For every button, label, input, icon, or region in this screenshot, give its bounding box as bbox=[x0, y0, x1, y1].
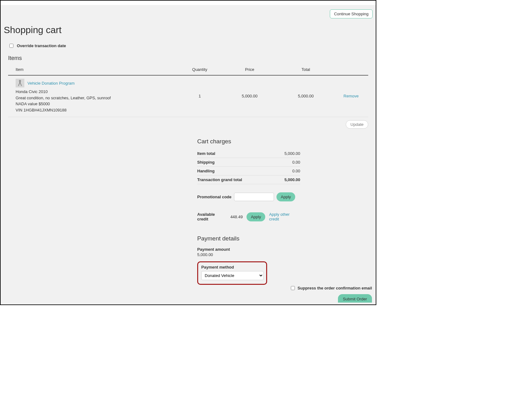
handling-label: Handling bbox=[197, 169, 215, 173]
item-total-label: Item total bbox=[197, 151, 215, 156]
grand-total-label: Transaction grand total bbox=[197, 177, 242, 182]
available-credit-label: Available credit bbox=[197, 212, 227, 221]
remove-link[interactable]: Remove bbox=[334, 94, 368, 98]
col-price: Price bbox=[222, 67, 278, 72]
shipping-label: Shipping bbox=[197, 160, 215, 165]
continue-shopping-button[interactable]: Continue Shopping bbox=[330, 9, 373, 18]
handling-value: 0.00 bbox=[292, 169, 300, 173]
item-desc-line: Honda Civic 2010 bbox=[16, 89, 178, 95]
item-name-link[interactable]: Vehicle Donation Program bbox=[27, 81, 75, 86]
override-date-checkbox[interactable] bbox=[9, 44, 13, 48]
promo-code-input[interactable] bbox=[234, 193, 274, 201]
suppress-email-label: Suppress the order confirmation email bbox=[298, 286, 372, 290]
available-credit-value: 448.49 bbox=[230, 215, 243, 219]
page-title: Shopping cart bbox=[4, 25, 373, 35]
table-row: Vehicle Donation Program Honda Civic 201… bbox=[8, 76, 368, 117]
item-desc-line: NADA value $5000 bbox=[16, 101, 178, 107]
item-total: 5,000.00 bbox=[278, 94, 334, 98]
cart-charges-heading: Cart charges bbox=[197, 138, 300, 145]
item-desc-line: Great condition, no scratches, Leather, … bbox=[16, 95, 178, 101]
item-price: 5,000.00 bbox=[222, 94, 278, 98]
payment-amount-label: Payment amount bbox=[197, 247, 300, 252]
items-header: Item Quantity Price Total bbox=[8, 65, 368, 76]
col-total: Total bbox=[278, 67, 334, 72]
grand-total-value: 5,000.00 bbox=[284, 177, 300, 182]
item-desc-line: VIN 1HGBH41JXMN109188 bbox=[16, 107, 178, 113]
items-heading: Items bbox=[8, 55, 373, 62]
submit-order-button[interactable]: Submit Order bbox=[338, 294, 372, 303]
item-total-value: 5,000.00 bbox=[284, 151, 300, 156]
override-date-label: Override transaction date bbox=[17, 43, 66, 48]
payment-method-select[interactable]: Donated Vehicle bbox=[201, 271, 264, 280]
suppress-email-checkbox[interactable] bbox=[291, 286, 295, 290]
update-button[interactable]: Update bbox=[346, 120, 368, 129]
payment-amount-value: 5,000.00 bbox=[197, 252, 300, 257]
ribbon-icon bbox=[16, 79, 24, 87]
items-table: Item Quantity Price Total Vehicle Donati… bbox=[8, 65, 368, 117]
col-quantity: Quantity bbox=[178, 67, 222, 72]
col-item: Item bbox=[16, 67, 178, 72]
apply-other-credit-link[interactable]: Apply other credit bbox=[269, 212, 300, 221]
promo-code-label: Promotional code bbox=[197, 195, 232, 199]
promo-apply-button[interactable]: Apply bbox=[276, 192, 296, 201]
item-quantity: 1 bbox=[178, 94, 222, 98]
payment-details-heading: Payment details bbox=[197, 235, 300, 242]
payment-method-label: Payment method bbox=[201, 265, 263, 269]
shipping-value: 0.00 bbox=[292, 160, 300, 165]
payment-method-highlight: Payment method Donated Vehicle bbox=[197, 261, 267, 285]
credit-apply-button[interactable]: Apply bbox=[247, 212, 266, 221]
